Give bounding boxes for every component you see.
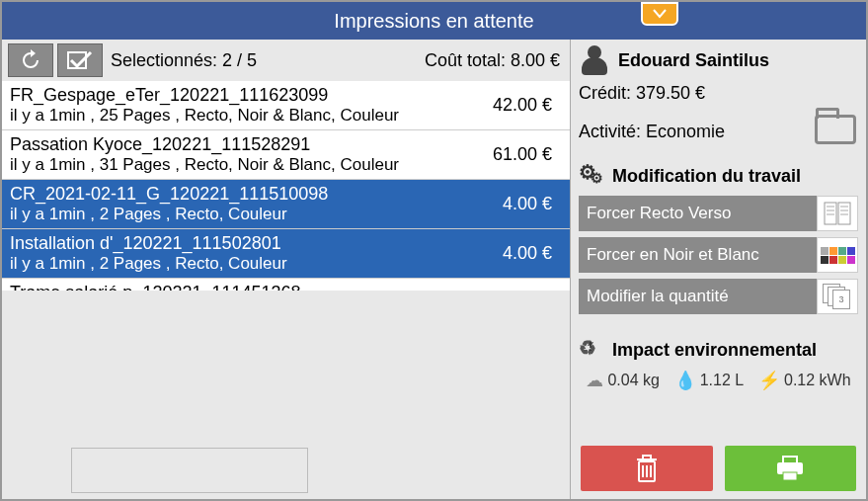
impact-water: 1.12 L (700, 372, 744, 389)
select-all-button[interactable] (57, 43, 103, 77)
delete-button[interactable] (581, 446, 713, 491)
empty-area (2, 291, 570, 500)
jobs-toolbar: Selectionnés: 2 / 5 Coût total: 8.00 € (2, 40, 570, 81)
refresh-button[interactable] (8, 43, 53, 77)
force-bw-button[interactable]: Forcer en Noir et Blanc (579, 237, 817, 273)
job-meta: il y a 1min , 31 Pages , Recto, Noir & B… (10, 155, 483, 175)
impact-header: Impact environnemental (612, 340, 817, 361)
svg-rect-11 (643, 456, 651, 459)
user-icon (579, 45, 612, 75)
job-row[interactable]: Passation Kyoce_120221_111528291 il y a … (2, 130, 570, 180)
job-row[interactable]: Installation d'_120221_111502801 il y a … (2, 229, 570, 279)
footer-placeholder (71, 448, 308, 493)
job-meta: il y a 1min , 2 Pages , Recto, Couleur (10, 205, 493, 224)
color-swatch-icon (817, 237, 858, 273)
modify-qty-button[interactable]: Modifier la quantité (579, 279, 817, 314)
job-row[interactable]: FR_Gespage_eTer_120221_111623099 il y a … (2, 81, 570, 130)
job-meta: il y a 1min , 2 Pages , Recto, Couleur (10, 254, 493, 274)
impact-section: Impact environnemental ☁ 0.04 kg 💧 1.12 … (571, 326, 866, 397)
print-button[interactable] (725, 446, 857, 491)
job-list: FR_Gespage_eTer_120221_111623099 il y a … (2, 81, 570, 291)
job-title: CR_2021-02-11_G_120221_111510098 (10, 184, 493, 205)
user-credit: Crédit: 379.50 € (579, 83, 858, 104)
job-price: 4.00 € (493, 194, 562, 214)
svg-rect-1 (825, 203, 836, 224)
job-price: 61.00 € (483, 144, 562, 165)
water-icon: 💧 (674, 370, 696, 391)
expand-dropdown[interactable] (641, 2, 678, 26)
job-meta: il y a 1min , 25 Pages , Recto, Noir & B… (10, 106, 483, 125)
force-duplex-button[interactable]: Forcer Recto Verso (579, 196, 817, 231)
job-price: 4.00 € (493, 243, 562, 264)
job-title: FR_Gespage_eTer_120221_111623099 (10, 85, 483, 106)
recycle-icon (579, 338, 606, 362)
title-bar: Impressions en attente (2, 2, 866, 40)
action-buttons (571, 438, 866, 499)
energy-icon: ⚡ (758, 370, 780, 391)
svg-rect-17 (783, 472, 797, 480)
selection-count: Selectionnés: 2 / 5 (111, 50, 257, 71)
job-title: Trame salarié p_120221_111451368 (10, 283, 493, 291)
impact-energy: 0.12 kWh (784, 372, 851, 389)
job-title: Installation d'_120221_111502801 (10, 233, 493, 254)
cloud-icon: ☁ (586, 370, 603, 391)
user-name: Edouard Saintilus (618, 50, 769, 71)
job-price: 42.00 € (483, 95, 562, 116)
folder-icon[interactable] (815, 115, 856, 144)
modify-section: Modification du travail Forcer Recto Ver… (571, 152, 866, 326)
gears-icon (579, 164, 606, 188)
modify-header: Modification du travail (612, 166, 801, 187)
job-row[interactable]: CR_2021-02-11_G_120221_111510098 il y a … (2, 180, 570, 229)
job-row[interactable]: Trame salarié p_120221_111451368 il y a … (2, 279, 570, 291)
total-cost: Coût total: 8.00 € (425, 50, 560, 71)
copies-icon: 123 (817, 279, 858, 314)
user-panel: Edouard Saintilus Crédit: 379.50 € Activ… (571, 40, 866, 152)
svg-rect-2 (838, 203, 850, 224)
job-title: Passation Kyoce_120221_111528291 (10, 134, 483, 155)
impact-co2: 0.04 kg (607, 372, 659, 389)
duplex-icon (817, 196, 858, 231)
page-title: Impressions en attente (334, 10, 533, 33)
